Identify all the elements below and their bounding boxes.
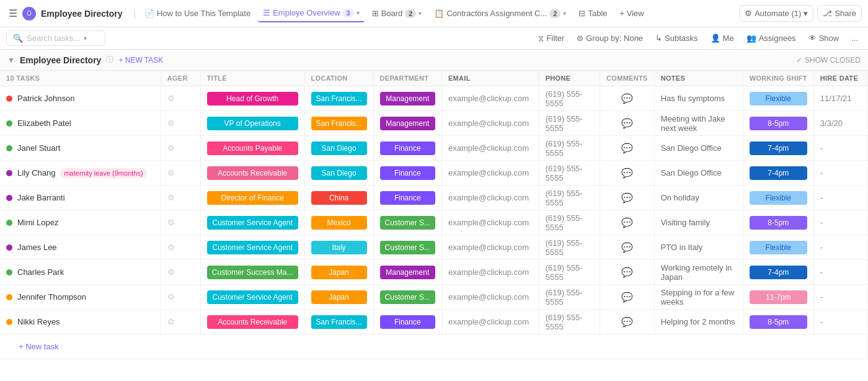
manager-cell[interactable]: ⚙ <box>161 235 200 260</box>
working-shift-cell[interactable]: 11-7pm <box>743 285 813 310</box>
gear-icon[interactable]: ⚙ <box>167 94 175 103</box>
me-button[interactable]: 👤 Me <box>707 32 738 45</box>
comment-icon[interactable]: 💬 <box>621 168 633 178</box>
hamburger-menu[interactable]: ☰ <box>6 5 20 22</box>
comment-icon[interactable]: 💬 <box>621 118 633 128</box>
task-name-cell[interactable]: Jennifer Thompson <box>0 285 161 310</box>
department-cell[interactable]: Management <box>373 260 441 285</box>
share-button[interactable]: ⎇ Share <box>817 5 862 22</box>
gear-icon[interactable]: ⚙ <box>167 292 175 302</box>
new-task-label[interactable]: + New task <box>0 334 868 359</box>
comments-cell[interactable]: 💬 <box>600 310 655 334</box>
task-name-cell[interactable]: Elizabeth Patel <box>0 111 161 136</box>
gear-icon[interactable]: ⚙ <box>167 143 175 153</box>
department-cell[interactable]: Finance <box>373 136 441 161</box>
table-row[interactable]: Jennifer Thompson⚙Customer Service Agent… <box>0 285 868 310</box>
table-row[interactable]: Janel Stuart⚙Accounts PayableSan DiegoFi… <box>0 136 868 161</box>
tab-employee-overview[interactable]: ☰ Employe Overview 3 ▾ <box>258 4 365 22</box>
add-view-button[interactable]: + View <box>615 5 649 22</box>
tab-board[interactable]: ⊞ Board 2 ▾ <box>367 5 427 22</box>
title-cell[interactable]: Customer Service Agent <box>200 235 304 260</box>
department-cell[interactable]: Finance <box>373 310 441 334</box>
location-cell[interactable]: San Francis... <box>304 310 373 334</box>
gear-icon[interactable]: ⚙ <box>167 193 175 202</box>
manager-cell[interactable]: ⚙ <box>161 136 200 161</box>
tab-contractors[interactable]: 📋 Contractors Assignment C... 2 ▾ <box>429 5 571 22</box>
comment-icon[interactable]: 💬 <box>621 93 633 104</box>
department-cell[interactable]: Customer S... <box>373 210 441 235</box>
working-shift-cell[interactable]: 8-5pm <box>743 210 813 235</box>
location-cell[interactable]: San Diego <box>304 161 373 186</box>
comments-cell[interactable]: 💬 <box>600 285 655 310</box>
working-shift-cell[interactable]: Flexible <box>743 186 813 210</box>
location-cell[interactable]: Japan <box>304 260 373 285</box>
location-cell[interactable]: Italy <box>304 235 373 260</box>
filter-button[interactable]: ⧖ Filter <box>534 32 568 45</box>
table-row[interactable]: Patrick Johnson⚙Head of GrowthSan Franci… <box>0 86 868 111</box>
email-cell[interactable]: example@clickup.com <box>441 111 539 136</box>
comments-cell[interactable]: 💬 <box>600 260 655 285</box>
tab-how-to-use[interactable]: 📄 How to Use This Template <box>140 5 255 22</box>
comment-icon[interactable]: 💬 <box>621 192 633 203</box>
table-row[interactable]: Nikki Reyes⚙Accounts ReceivableSan Franc… <box>0 310 868 334</box>
more-options-button[interactable]: ... <box>848 32 862 45</box>
comments-cell[interactable]: 💬 <box>600 161 655 186</box>
email-cell[interactable]: example@clickup.com <box>441 260 539 285</box>
manager-cell[interactable]: ⚙ <box>161 161 200 186</box>
show-button[interactable]: 👁 Show <box>805 32 843 45</box>
comments-cell[interactable]: 💬 <box>600 186 655 210</box>
assignees-button[interactable]: 👥 Assignees <box>743 32 800 45</box>
department-cell[interactable]: Finance <box>373 186 441 210</box>
task-name-cell[interactable]: Janel Stuart <box>0 136 161 161</box>
section-toggle[interactable]: ▼ <box>7 56 15 65</box>
manager-cell[interactable]: ⚙ <box>161 285 200 310</box>
gear-icon[interactable]: ⚙ <box>167 243 175 252</box>
title-cell[interactable]: Director of Finance <box>200 186 304 210</box>
comment-icon[interactable]: 💬 <box>621 242 633 253</box>
working-shift-cell[interactable]: 8-5pm <box>743 310 813 334</box>
comment-icon[interactable]: 💬 <box>621 217 633 228</box>
email-cell[interactable]: example@clickup.com <box>441 285 539 310</box>
manager-cell[interactable]: ⚙ <box>161 310 200 334</box>
email-cell[interactable]: example@clickup.com <box>441 161 539 186</box>
automate-button[interactable]: ⚙ Automate (1) ▾ <box>739 5 813 22</box>
department-cell[interactable]: Management <box>373 111 441 136</box>
email-cell[interactable]: example@clickup.com <box>441 235 539 260</box>
title-cell[interactable]: Accounts Receivable <box>200 161 304 186</box>
search-box[interactable]: 🔍 Search tasks... ▾ <box>6 30 105 46</box>
task-name-cell[interactable]: Mimi Lopez <box>0 210 161 235</box>
location-cell[interactable]: China <box>304 186 373 210</box>
department-cell[interactable]: Management <box>373 86 441 111</box>
table-row[interactable]: Jake Barranti⚙Director of FinanceChinaFi… <box>0 186 868 210</box>
task-name-cell[interactable]: Lily Changmaternity leave (9months) <box>0 161 161 186</box>
working-shift-cell[interactable]: 7-4pm <box>743 136 813 161</box>
comments-cell[interactable]: 💬 <box>600 111 655 136</box>
comment-icon[interactable]: 💬 <box>621 143 633 153</box>
table-row[interactable]: Lily Changmaternity leave (9months)⚙Acco… <box>0 161 868 186</box>
title-cell[interactable]: Customer Success Ma... <box>200 260 304 285</box>
email-cell[interactable]: example@clickup.com <box>441 310 539 334</box>
gear-icon[interactable]: ⚙ <box>167 267 175 277</box>
working-shift-cell[interactable]: 8-5pm <box>743 111 813 136</box>
location-cell[interactable]: San Francis... <box>304 86 373 111</box>
task-name-cell[interactable]: James Lee <box>0 235 161 260</box>
email-cell[interactable]: example@clickup.com <box>441 86 539 111</box>
subtasks-button[interactable]: ↳ Subtasks <box>652 32 701 45</box>
table-row[interactable]: Elizabeth Patel⚙VP of OperationsSan Fran… <box>0 111 868 136</box>
working-shift-cell[interactable]: 7-4pm <box>743 260 813 285</box>
gear-icon[interactable]: ⚙ <box>167 168 175 177</box>
manager-cell[interactable]: ⚙ <box>161 186 200 210</box>
section-info-icon[interactable]: ⓘ <box>106 55 113 65</box>
new-task-row[interactable]: + New task <box>0 334 868 359</box>
title-cell[interactable]: Head of Growth <box>200 86 304 111</box>
working-shift-cell[interactable]: 7-4pm <box>743 161 813 186</box>
manager-cell[interactable]: ⚙ <box>161 111 200 136</box>
comments-cell[interactable]: 💬 <box>600 210 655 235</box>
department-cell[interactable]: Customer S... <box>373 285 441 310</box>
comment-icon[interactable]: 💬 <box>621 267 633 277</box>
task-name-cell[interactable]: Nikki Reyes <box>0 310 161 334</box>
task-name-cell[interactable]: Patrick Johnson <box>0 86 161 111</box>
email-cell[interactable]: example@clickup.com <box>441 210 539 235</box>
table-row[interactable]: James Lee⚙Customer Service AgentItalyCus… <box>0 235 868 260</box>
gear-icon[interactable]: ⚙ <box>167 218 175 227</box>
